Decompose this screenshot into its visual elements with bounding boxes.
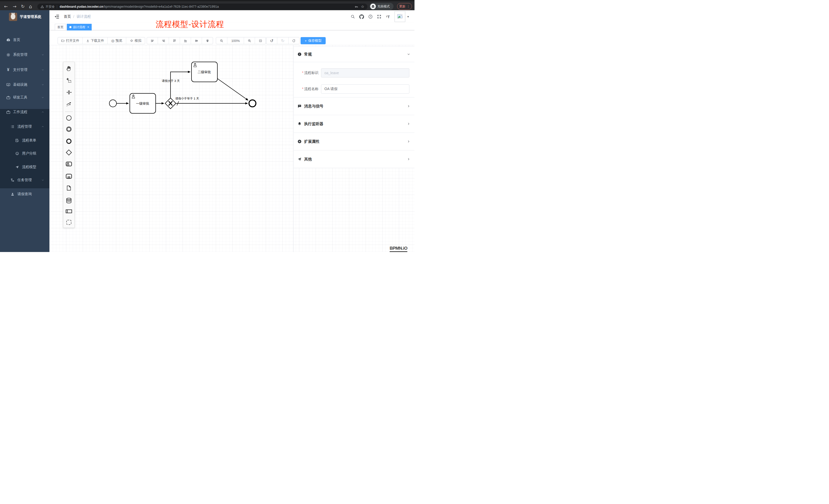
bookmark-star-icon[interactable]: ☆ <box>361 4 364 9</box>
process-name-input[interactable] <box>321 84 409 93</box>
space-tool[interactable] <box>66 89 72 95</box>
sidebar-item-dev-tools[interactable]: 研发工具 <box>0 91 49 104</box>
fullscreen-icon[interactable] <box>376 14 382 20</box>
align-bottom-icon <box>184 39 187 43</box>
browser-forward-button[interactable]: → <box>11 3 18 10</box>
create-data-store[interactable] <box>66 197 72 204</box>
app-logo-avatar <box>9 13 17 21</box>
panel-section-execution-listeners[interactable]: 执行监听器 <box>294 115 414 133</box>
align-bottom-button[interactable] <box>180 37 191 44</box>
align-top-button[interactable] <box>169 37 180 44</box>
zoom-out-button[interactable] <box>216 37 227 44</box>
create-gateway[interactable] <box>66 149 72 156</box>
font-size-icon[interactable]: TT <box>385 14 391 20</box>
create-group[interactable] <box>66 219 72 226</box>
align-right-button[interactable] <box>158 37 169 44</box>
browser-back-button[interactable]: ← <box>3 3 9 10</box>
create-data-object[interactable] <box>66 185 72 191</box>
zoom-in-button[interactable] <box>244 37 255 44</box>
open-file-button[interactable]: 打开文件 <box>58 37 82 44</box>
align-horizontal-center-button[interactable] <box>202 37 213 44</box>
preview-button[interactable]: ◎ 预览 <box>107 37 126 44</box>
panel-section-messages-signals[interactable]: 消息与信号 <box>294 98 414 115</box>
create-start-event[interactable] <box>66 115 72 121</box>
browser-home-button[interactable]: ⌂ <box>27 3 34 10</box>
lasso-tool[interactable] <box>66 78 72 83</box>
panel-section-other[interactable]: 其他 <box>294 150 414 168</box>
breadcrumb-current: 设计流程 <box>77 14 91 19</box>
url-divider <box>57 5 57 8</box>
bpmn-palette <box>63 62 75 228</box>
sidebar-item-infrastructure[interactable]: 基础设施 <box>0 79 49 91</box>
sidebar-item-process-form[interactable]: 流程表单 <box>0 134 49 147</box>
search-icon[interactable] <box>350 14 356 20</box>
sidebar-item-workflow[interactable]: 工作流程 <box>0 106 49 118</box>
chevron-right-icon[interactable] <box>407 140 410 143</box>
browser-toolbar: ← → ↻ ⌂ 不安全 dashboard.yudao.iocoder.cn /… <box>0 0 414 10</box>
undo-button[interactable]: ↺ <box>266 37 277 44</box>
sidebar-item-payment[interactable]: ¥ 支付管理 <box>0 64 49 76</box>
align-left-icon <box>150 39 154 43</box>
panel-section-extended-properties[interactable]: 扩展属性 <box>294 133 414 150</box>
breadcrumb: 首页 / 设计流程 <box>64 10 91 23</box>
bpmn-io-watermark[interactable]: BPMN.iO <box>390 246 407 252</box>
global-connect-tool[interactable] <box>66 101 72 107</box>
browser-menu-kebab-icon[interactable]: ⋮ <box>407 5 410 8</box>
sidebar-item-label: 流程表单 <box>22 138 36 143</box>
panel-section-general[interactable]: 常规 <box>294 46 414 62</box>
address-bar[interactable]: 不安全 dashboard.yudao.iocoder.cn /bpm/mana… <box>37 4 367 10</box>
security-warning-icon[interactable] <box>40 5 44 8</box>
breadcrumb-home[interactable]: 首页 <box>64 14 71 19</box>
panel-general-form: *流程标识 *流程名称 <box>294 62 414 98</box>
sidebar-item-leave-query[interactable]: 请假查询 <box>0 188 49 200</box>
sidebar-collapse-icon[interactable] <box>54 14 60 20</box>
align-vertical-center-icon <box>194 39 199 43</box>
zoom-reset-button[interactable] <box>255 37 266 44</box>
avatar-caret-icon[interactable]: ▾ <box>407 15 409 18</box>
sidebar-item-label: 流程模型 <box>22 165 36 169</box>
sidebar: 芋道管理系统 首页 系统管理 ¥ 支付管理 基础设施 研发工具 <box>0 10 49 252</box>
sidebar-item-home[interactable]: 首页 <box>0 34 49 46</box>
create-end-event[interactable] <box>66 138 72 145</box>
browser-update-button[interactable]: 更新 ⋮ <box>397 3 412 10</box>
refresh-button[interactable] <box>288 37 299 44</box>
update-label: 更新 <box>399 4 405 9</box>
sidebar-item-process-management[interactable]: 流程管理 <box>0 120 49 133</box>
tag-home[interactable]: 首页 <box>55 24 66 31</box>
align-left-button[interactable] <box>147 37 158 44</box>
app-title: 芋道管理系统 <box>20 14 41 19</box>
hand-tool[interactable] <box>66 66 72 72</box>
chevron-right-icon[interactable] <box>407 104 410 108</box>
browser-reload-button[interactable]: ↻ <box>20 3 26 10</box>
create-subprocess[interactable] <box>66 173 72 180</box>
sidebar-item-system[interactable]: 系统管理 <box>0 49 49 61</box>
app-logo-row[interactable]: 芋道管理系统 <box>0 11 49 23</box>
sidebar-item-label: 工作流程 <box>13 110 27 114</box>
password-key-icon[interactable] <box>355 5 358 9</box>
avatar[interactable] <box>395 11 405 22</box>
chevron-right-icon[interactable] <box>407 157 410 161</box>
sidebar-item-task-management[interactable]: 任务管理 <box>0 174 49 186</box>
history-button-group: ↺ ↻ <box>266 37 299 44</box>
chevron-down-icon[interactable] <box>407 52 410 56</box>
button-label: 下载文件 <box>91 38 104 43</box>
simulate-button[interactable]: 模拟 <box>126 37 145 44</box>
tree-list-icon <box>10 125 15 129</box>
create-intermediate-event[interactable] <box>66 126 72 132</box>
incognito-label: 无痕模式 <box>377 4 390 9</box>
align-vertical-center-button[interactable] <box>191 37 202 44</box>
download-file-button[interactable]: 下载文件 <box>82 37 107 44</box>
github-icon[interactable] <box>358 14 365 20</box>
create-user-task[interactable] <box>66 161 72 167</box>
redo-button[interactable]: ↻ <box>277 37 288 44</box>
tag-design-process[interactable]: 设计流程 × <box>67 24 92 31</box>
help-icon[interactable]: ? <box>367 14 373 20</box>
chevron-up-icon <box>41 111 44 114</box>
sidebar-item-process-model[interactable]: 流程模型 <box>0 161 49 173</box>
save-model-button[interactable]: + 保存模型 <box>300 37 326 44</box>
sidebar-item-user-group[interactable]: 用户分组 <box>0 147 49 160</box>
process-key-input[interactable] <box>321 68 409 78</box>
tag-close-icon[interactable]: × <box>87 25 89 29</box>
chevron-right-icon[interactable] <box>407 122 410 126</box>
create-participant-pool[interactable] <box>66 208 72 215</box>
